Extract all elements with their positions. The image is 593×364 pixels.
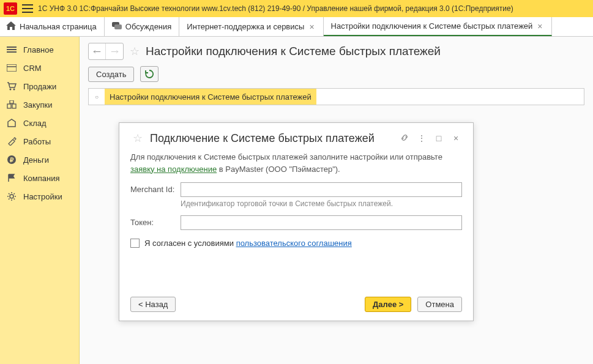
sidebar-item-label: Деньги (23, 155, 49, 165)
next-button[interactable]: Далее > (365, 297, 411, 312)
tab-sbp-settings[interactable]: Настройки подключения к Системе быстрых … (324, 17, 552, 36)
svg-rect-9 (7, 104, 11, 108)
maximize-icon[interactable]: □ (433, 133, 445, 143)
request-link[interactable]: заявку на подключение (130, 165, 217, 174)
tab-support[interactable]: Интернет-поддержка и сервисы × (179, 17, 323, 36)
flag-icon (6, 173, 17, 183)
svg-rect-10 (12, 104, 16, 108)
more-icon[interactable]: ⋮ (416, 133, 428, 143)
cart-icon (6, 81, 17, 91)
titlebar-text: 1С УНФ 3.0 1С:Франчайзи Высокие технолог… (38, 4, 513, 13)
svg-point-14 (10, 195, 13, 198)
close-icon[interactable]: × (308, 22, 315, 32)
cancel-button[interactable]: Отмена (417, 297, 462, 312)
home-icon (6, 21, 16, 32)
sidebar-item-label: Закупки (23, 100, 52, 110)
sidebar-item-label: Продажи (23, 82, 56, 91)
connection-dialog: ☆ Подключение к Системе быстрых платежей… (119, 122, 474, 321)
list-row-text: Настройки подключения к Системе быстрых … (105, 89, 316, 105)
merchant-id-input[interactable] (181, 182, 462, 197)
token-label: Токен: (130, 215, 181, 227)
close-icon[interactable]: × (450, 133, 462, 143)
intro-text-2: в PayMaster (ООО "Пэймастер"). (217, 165, 340, 174)
tab-label: Интернет-поддержка и сервисы (187, 22, 304, 31)
logo-1c: 1C (4, 2, 17, 15)
sidebar-item-settings[interactable]: Настройки (0, 187, 79, 206)
nav-buttons: 🡐 🡒 (88, 43, 124, 60)
sidebar-item-label: Главное (23, 45, 54, 54)
close-icon[interactable]: × (536, 21, 543, 31)
back-button[interactable]: 🡐 (89, 43, 106, 59)
agree-prefix: Я согласен с условиями (144, 239, 236, 248)
sidebar-item-label: Склад (23, 119, 47, 128)
tab-home[interactable]: Начальная страница (0, 17, 105, 36)
sidebar: Главное CRM Продажи Закупки Склад Работы… (0, 37, 80, 364)
chat-icon (112, 21, 122, 32)
merchant-id-label: Merchant Id: (130, 182, 181, 194)
star-icon[interactable]: ☆ (130, 132, 145, 145)
tab-label: Обсуждения (125, 22, 172, 31)
svg-point-7 (10, 89, 12, 91)
sidebar-item-label: Настройки (23, 192, 62, 201)
svg-rect-1 (114, 24, 122, 29)
star-icon[interactable]: ☆ (127, 45, 142, 58)
svg-point-8 (13, 89, 15, 91)
svg-rect-11 (10, 100, 13, 103)
sidebar-item-label: Компания (23, 174, 60, 183)
tabbar: Начальная страница Обсуждения Интернет-п… (0, 17, 593, 37)
sidebar-item-money[interactable]: ₽ Деньги (0, 150, 79, 169)
gear-icon (6, 191, 17, 201)
merchant-id-hint: Идентификатор торговой точки в Системе б… (181, 199, 462, 208)
main-content: 🡐 🡒 ☆ Настройки подключения к Системе бы… (80, 37, 593, 364)
list-row[interactable]: ○ Настройки подключения к Системе быстры… (88, 88, 584, 105)
boxes-icon (6, 100, 17, 110)
svg-rect-5 (7, 64, 17, 72)
sidebar-item-crm[interactable]: CRM (0, 59, 79, 77)
tab-discuss[interactable]: Обсуждения (105, 17, 180, 36)
warehouse-icon (6, 118, 17, 128)
link-icon[interactable] (398, 133, 411, 144)
sidebar-item-purchases[interactable]: Закупки (0, 95, 79, 114)
dialog-body: Для подключения к Системе быстрых платеж… (130, 151, 462, 175)
svg-text:₽: ₽ (10, 157, 14, 163)
sidebar-item-main[interactable]: Главное (0, 40, 79, 59)
back-button[interactable]: < Назад (130, 297, 176, 312)
dialog-title: Подключение к Системе быстрых платежей (150, 132, 393, 145)
agreement-link[interactable]: пользовательского соглашения (236, 239, 352, 248)
refresh-button[interactable] (140, 66, 159, 82)
sidebar-item-company[interactable]: Компания (0, 169, 79, 187)
agree-text: Я согласен с условиями пользовательского… (144, 239, 352, 248)
tab-label: Настройки подключения к Системе быстрых … (331, 21, 533, 31)
sidebar-item-label: CRM (23, 64, 42, 73)
menu-icon[interactable] (22, 4, 33, 13)
list-icon (6, 45, 17, 54)
intro-text-1: Для подключения к Системе быстрых платеж… (130, 152, 442, 162)
titlebar: 1C 1С УНФ 3.0 1С:Франчайзи Высокие техно… (0, 0, 593, 17)
card-icon (6, 63, 17, 73)
row-marker-icon: ○ (89, 94, 105, 100)
sidebar-item-works[interactable]: Работы (0, 132, 79, 150)
tools-icon (6, 136, 17, 146)
ruble-icon: ₽ (6, 155, 17, 165)
token-input[interactable] (181, 215, 462, 230)
agree-checkbox[interactable] (130, 239, 140, 248)
tab-label: Начальная страница (20, 22, 97, 31)
sidebar-item-sales[interactable]: Продажи (0, 77, 79, 95)
sidebar-item-warehouse[interactable]: Склад (0, 114, 79, 132)
page-title: Настройки подключения к Системе быстрых … (146, 45, 441, 58)
create-button[interactable]: Создать (88, 67, 134, 82)
sidebar-item-label: Работы (23, 137, 51, 146)
forward-button[interactable]: 🡒 (106, 43, 123, 59)
